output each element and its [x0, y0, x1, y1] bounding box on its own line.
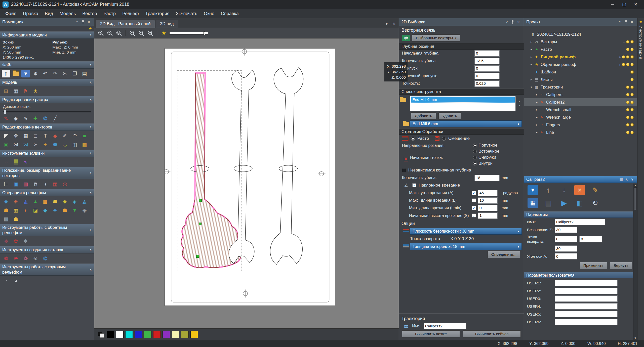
close-button[interactable]: ✕ [630, 0, 641, 9]
help-icon[interactable]: ? [617, 20, 623, 24]
node-edit-icon[interactable]: ✥ [12, 132, 20, 140]
help-icon[interactable]: ? [74, 20, 80, 24]
param-safez-input[interactable] [555, 227, 577, 233]
save-model-icon[interactable]: ▼ [21, 70, 30, 77]
mirror-copy-icon[interactable]: ◖ [41, 180, 50, 188]
section-position[interactable]: Положение, размер, выравнивание векторов… [0, 167, 94, 179]
open-model-icon[interactable] [12, 70, 20, 77]
scroll-down-icon[interactable]: ▼ [634, 337, 637, 339]
minimize-button[interactable]: ─ [607, 0, 618, 9]
select-icon[interactable]: ◤ [2, 132, 10, 140]
toolpath-name-input[interactable] [424, 323, 466, 329]
ramp-maxlen-input[interactable] [478, 197, 498, 204]
close-panel-icon[interactable]: ✕ [515, 20, 521, 24]
tool-down-icon[interactable]: ∨ [518, 104, 520, 107]
user1-input[interactable] [555, 280, 618, 286]
ramp-checkbox[interactable]: ✓ [412, 183, 416, 187]
text-icon[interactable]: T [41, 132, 50, 140]
pin-icon[interactable] [624, 20, 628, 24]
drawing-viewport[interactable] [94, 38, 399, 328]
view-slider[interactable] [169, 32, 208, 34]
weave-icon[interactable]: ▦ [12, 206, 20, 214]
add-icon[interactable]: + [623, 40, 625, 44]
project-scrollbar[interactable]: ▲ ▼ [633, 184, 637, 340]
define-material-button[interactable]: Определить... [488, 251, 520, 258]
tree-item-line[interactable]: ▸≈ Line [524, 128, 637, 136]
safety-plane-dropdown[interactable]: Плоскость безопасности : 30 mm▾ [410, 228, 522, 235]
visibility-bulb-icon[interactable] [626, 40, 629, 44]
close-panel-icon[interactable]: ✕ [86, 20, 92, 24]
section-inlay[interactable]: Инструменты создания вставок∧ [0, 246, 94, 253]
set-model-size-icon[interactable]: ⊞ [2, 87, 10, 95]
tab-2d-view[interactable]: 2D Вид - Растровый слой [96, 20, 155, 28]
apply-button[interactable]: Применить [580, 262, 607, 269]
start-depth-input[interactable] [474, 50, 500, 57]
menu-3dprint[interactable]: 3D-печать [173, 10, 200, 17]
block-copy-icon[interactable]: ▦ [51, 180, 59, 188]
rotary-wrap-icon[interactable]: ◔ [2, 277, 10, 284]
zoom-previous-icon[interactable] [147, 30, 154, 37]
menu-view[interactable]: Вид [42, 10, 56, 17]
active-toolpath-bar[interactable]: Callipers2 ▤ ∧ ∨ [524, 176, 637, 183]
view-slider-knob[interactable] [204, 31, 205, 35]
zoom-out-icon[interactable] [106, 30, 113, 37]
palette-swatch[interactable] [172, 331, 179, 338]
wizard-icon[interactable]: ★ [31, 87, 40, 95]
simulate-toolpath-icon[interactable]: ◧ [574, 198, 585, 208]
visibility-bulb-icon[interactable] [630, 85, 634, 89]
ramp-angle-input[interactable] [478, 190, 498, 196]
section-file[interactable]: Файл∧ [0, 61, 94, 69]
visibility-bulb-icon[interactable] [622, 55, 625, 59]
tab-3d-view[interactable]: 3D вид [156, 20, 178, 28]
paste-icon[interactable]: ▤ [80, 70, 89, 77]
palette-swatch[interactable] [135, 331, 142, 338]
save-toolpath-icon[interactable]: ▼ [528, 185, 538, 195]
offset-relief-icon[interactable]: ☗ [61, 206, 69, 214]
menu-edit[interactable]: Правка [20, 10, 42, 17]
visibility-bulb-icon[interactable] [626, 48, 629, 51]
raster-radio[interactable] [411, 137, 415, 141]
turn-icon[interactable]: ◭ [80, 198, 89, 205]
expand-icon[interactable]: ▾ [529, 85, 534, 89]
inlay-inverted-icon[interactable]: ❀ [31, 255, 40, 262]
tree-item-callipers2[interactable]: ▸≈ Callipers2 [524, 98, 637, 106]
tolerance-input[interactable] [474, 80, 500, 87]
rotate-copy-icon[interactable]: ◎ [61, 180, 69, 188]
visibility-bulb-icon[interactable] [630, 63, 634, 66]
tree-item-vectors[interactable]: ▸▱ Векторы + [524, 38, 637, 46]
selected-vectors-dropdown[interactable]: Выбранные векторы▾ [412, 34, 460, 41]
tree-item-wrench-large[interactable]: ▸≈ Wrench large [524, 113, 637, 121]
pin-icon[interactable] [81, 20, 85, 24]
visibility-bulb-icon[interactable] [630, 131, 634, 134]
inlay-bridge-icon[interactable]: ❂ [41, 255, 50, 262]
palette-swatch[interactable] [153, 331, 161, 338]
tree-item-wrench-small[interactable]: ▸≈ Wrench small [524, 106, 637, 113]
inside-radio[interactable] [473, 162, 477, 165]
notes-icon[interactable]: ▤ [543, 198, 554, 208]
section-fill[interactable]: Инструменты заливки∧ [0, 150, 94, 157]
visibility-bulb-icon[interactable] [626, 131, 629, 134]
tree-item-back-relief[interactable]: ▸★ Обратный рельеф + [524, 61, 637, 68]
climb-radio[interactable] [473, 144, 477, 147]
zoom-rect-icon[interactable] [129, 30, 136, 37]
tree-item-fingers[interactable]: ▸≈ Fingers [524, 121, 637, 128]
export-toolpath-icon[interactable]: ▶ [559, 198, 569, 208]
palette-swatch[interactable] [144, 331, 151, 338]
material-dropdown[interactable]: Толщина материала: 18 mm▾ [410, 243, 522, 250]
visibility-bulb-icon[interactable] [626, 85, 629, 89]
user2-input[interactable] [555, 288, 618, 294]
knife-icon[interactable]: ◠ [70, 132, 79, 140]
section-raster[interactable]: Редактирование растра∧ [0, 96, 94, 103]
expand-icon[interactable]: ▸ [535, 93, 539, 96]
ramp-minlen-input[interactable] [478, 205, 498, 211]
adjust-model-icon[interactable]: ▦ [12, 87, 20, 95]
back-relief-mirror-icon[interactable]: ✿ [12, 237, 20, 245]
conventional-radio[interactable] [473, 150, 477, 153]
menu-raster[interactable]: Растр [100, 10, 119, 17]
ellipse-icon[interactable]: ◆ [51, 132, 59, 140]
redo-icon[interactable]: ↷ [51, 70, 59, 77]
visibility-bulb-icon[interactable] [630, 116, 634, 119]
param-name-input[interactable] [555, 219, 605, 225]
menu-model[interactable]: Модель [56, 10, 79, 17]
section-model-info[interactable]: Информация о модели∧ [0, 31, 94, 39]
